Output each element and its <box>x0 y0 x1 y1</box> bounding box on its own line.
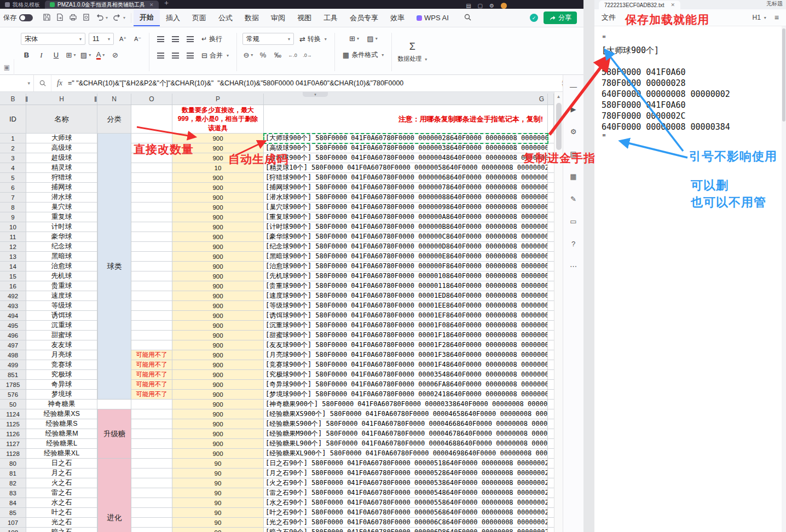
redo-caret-icon[interactable]: ▾ <box>123 15 125 20</box>
cell-item-name[interactable]: 经验糖果M <box>26 429 97 439</box>
clear-format-icon[interactable]: ⊘ <box>109 49 121 61</box>
cell-item-id[interactable]: 14 <box>0 262 26 271</box>
cell-note[interactable] <box>131 271 172 281</box>
cell-note[interactable] <box>131 183 172 193</box>
select-tool-icon[interactable]: ▶ <box>569 104 579 114</box>
edit-tool-icon[interactable]: ✎ <box>569 194 579 204</box>
cell-note[interactable] <box>131 262 172 271</box>
cell-cheat-code[interactable]: [诱饵球900个] 580F0000 041F0A60780F0000 0000… <box>264 311 548 321</box>
cell-item-id[interactable]: 1785 <box>0 380 26 390</box>
cell-item-name[interactable]: 黑暗球 <box>26 252 97 262</box>
cell-note[interactable] <box>131 409 172 419</box>
cell-next-col[interactable] <box>548 370 554 380</box>
cell-cheat-code[interactable]: [竞赛球900个] 580F0000 041F0A60780F0000 0000… <box>264 360 548 370</box>
cell-cheat-code[interactable]: [火之石90个] 580F0000 041F0A60780F0000 00000… <box>264 478 548 488</box>
align-middle-icon[interactable] <box>170 50 181 61</box>
message-icon[interactable]: ▤ <box>466 3 471 9</box>
cell-item-name[interactable]: 重复球 <box>26 212 97 222</box>
cell-note[interactable] <box>131 498 172 508</box>
scrollbar-thumb[interactable] <box>556 103 562 150</box>
cell-note[interactable]: 可能用不了 <box>131 350 172 360</box>
increase-font-icon[interactable]: A⁺ <box>117 33 129 45</box>
cell-quantity[interactable]: 900 <box>172 203 264 212</box>
data-process-button[interactable]: Σ 数据处理 ▾ <box>392 32 432 72</box>
cell-cheat-code[interactable]: [雷之石90个] 580F0000 041F0A60780F0000 00000… <box>264 488 548 498</box>
percent-format-icon[interactable]: % <box>257 49 269 61</box>
menu-数据[interactable]: 数据 <box>239 10 265 26</box>
cell-item-name[interactable]: 暗之石 <box>26 528 97 532</box>
cell-item-name[interactable]: 光之石 <box>26 518 97 528</box>
cell-cheat-code[interactable]: [日之石90个] 580F0000 041F0A60780F0000 00000… <box>264 459 548 469</box>
scrollbar-thumb[interactable] <box>782 28 785 122</box>
cell-item-id[interactable]: 495 <box>0 321 26 331</box>
menu-工具[interactable]: 工具 <box>317 10 344 26</box>
cell-next-col[interactable] <box>548 459 554 469</box>
align-center-icon[interactable] <box>170 33 181 45</box>
cell-cheat-code[interactable]: [叶之石90个] 580F0000 041F0A60780F0000 00000… <box>264 508 548 518</box>
cell-item-name[interactable]: 治愈球 <box>26 262 97 271</box>
menu-file[interactable]: 文件 <box>602 13 616 22</box>
cell-next-col[interactable] <box>548 311 554 321</box>
cell-next-col[interactable] <box>548 518 554 528</box>
cell-cheat-code[interactable]: [计时球900个] 580F0000 041F0A60780F0000 0000… <box>264 222 548 232</box>
cell-next-col[interactable] <box>548 439 554 449</box>
cell-item-name[interactable]: 究极球 <box>26 370 97 380</box>
cell-cheat-code[interactable]: [等级球900个] 580F0000 041F0A60780F0000 0000… <box>264 301 548 311</box>
align-bottom-icon[interactable] <box>184 50 196 61</box>
menu-插入[interactable]: 插入 <box>160 10 186 26</box>
cell-item-name[interactable]: 纪念球 <box>26 242 97 252</box>
shape-tool-icon[interactable]: ▭ <box>569 216 579 226</box>
cell-cheat-code[interactable]: [豪华球900个] 580F0000 041F0A60780F0000 0000… <box>264 232 548 242</box>
cell-quantity[interactable]: 900 <box>172 271 264 281</box>
align-left-icon[interactable] <box>155 33 166 45</box>
paste-icon[interactable]: ▣ <box>4 63 10 71</box>
cell-quantity[interactable]: 900 <box>172 409 264 419</box>
cell-next-col[interactable] <box>548 400 554 409</box>
cell-item-name[interactable]: 诱饵球 <box>26 311 97 321</box>
cell-cheat-code[interactable]: [精灵球10个] 580F0000 041F0A60780F0000 00000… <box>264 163 548 173</box>
cell-note[interactable] <box>131 478 172 488</box>
menu-公式[interactable]: 公式 <box>212 10 239 26</box>
cell-cheat-code[interactable]: [经验糖果XL900个] 580F0000 041F0A60780F0000 0… <box>264 449 548 459</box>
cell-item-id[interactable]: 6 <box>0 183 26 193</box>
window-icon[interactable]: ▢ <box>478 3 483 9</box>
cell-quantity[interactable]: 900 <box>172 340 264 350</box>
cell-item-id[interactable]: 11 <box>0 232 26 242</box>
formula-input[interactable]: =" "&CHAR(10)&"["&H2&P2&"个]"&CHAR(10)&" … <box>68 75 554 91</box>
cell-next-col[interactable] <box>548 262 554 271</box>
cell-item-name[interactable]: 经验糖果XL <box>26 449 97 459</box>
cell-item-id[interactable]: 85 <box>0 508 26 518</box>
cell-item-name[interactable]: 水之石 <box>26 498 97 508</box>
cell-item-id[interactable]: 13 <box>0 252 26 262</box>
cell-next-col[interactable] <box>548 508 554 518</box>
cell-next-col[interactable] <box>548 498 554 508</box>
cell-quantity[interactable]: 900 <box>172 321 264 331</box>
document-tab-active[interactable]: PMZA1.0.0金手指道具相类辅助工具 ✕ <box>45 1 159 9</box>
cell-item-id[interactable]: 81 <box>0 469 26 478</box>
cell-note[interactable]: 可能用不了 <box>131 380 172 390</box>
cell-quantity[interactable]: 900 <box>172 380 264 390</box>
cell-item-name[interactable]: 雷之石 <box>26 488 97 498</box>
cell-next-col[interactable] <box>548 222 554 232</box>
cell-note[interactable] <box>131 331 172 340</box>
cell-next-col[interactable] <box>548 409 554 419</box>
cell-quantity[interactable]: 900 <box>172 242 264 252</box>
cell-item-id[interactable]: 50 <box>0 400 26 409</box>
cell-cheat-code[interactable]: [光之石90个] 580F0000 041F0A60780F0000 00000… <box>264 518 548 528</box>
cell-note[interactable] <box>131 419 172 429</box>
category-merged-cell[interactable]: 球类 <box>97 134 131 400</box>
cell-next-col[interactable] <box>548 281 554 291</box>
menu-WPS AI[interactable]: WPS AI <box>411 11 455 25</box>
cell-note[interactable] <box>131 281 172 291</box>
cell-cheat-code[interactable]: [重复球900个] 580F0000 041F0A60780F0000 0000… <box>264 212 548 222</box>
cell-cheat-code[interactable]: [月之石90个] 580F0000 041F0A60780F0000 00000… <box>264 469 548 478</box>
menu-效率[interactable]: 效率 <box>384 10 411 26</box>
cell-item-name[interactable]: 精灵球 <box>26 163 97 173</box>
cell-cheat-code[interactable]: [甜蜜球900个] 580F0000 041F0A60780F0000 0000… <box>264 331 548 340</box>
number-format-select[interactable]: 常规▾ <box>242 33 294 45</box>
cell-next-col[interactable] <box>548 449 554 459</box>
cell-cheat-code[interactable]: [速度球900个] 580F0000 041F0A60780F0000 0000… <box>264 291 548 301</box>
cell-item-name[interactable]: 火之石 <box>26 478 97 488</box>
cell-next-col[interactable] <box>548 301 554 311</box>
cell-item-id[interactable]: 3 <box>0 153 26 163</box>
